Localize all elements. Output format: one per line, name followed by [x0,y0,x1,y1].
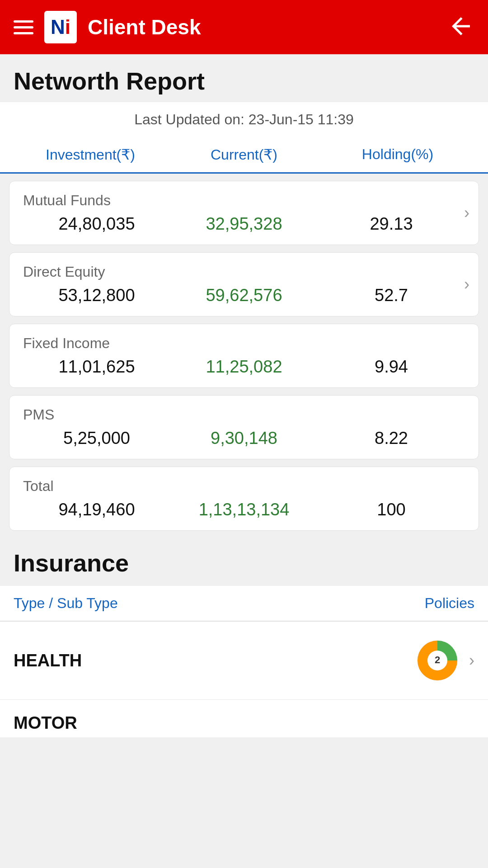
svg-text:2: 2 [435,654,440,665]
column-headers: Investment(₹) Current(₹) Holding(%) [0,137,488,174]
fixed-income-current: 11,25,082 [170,357,318,377]
direct-equity-chevron-icon: › [464,275,469,294]
insurance-title: Insurance [14,549,474,577]
health-policies-badge: 2 › [415,638,474,683]
insurance-section: Insurance [0,538,488,577]
insurance-type-col-header: Type / Sub Type [14,595,118,612]
fixed-income-card: Fixed Income 11,01,625 11,25,082 9.94 [9,324,479,388]
fixed-income-values: 11,01,625 11,25,082 9.94 [23,357,465,377]
col-current-header: Current(₹) [167,146,321,163]
fixed-income-holding: 9.94 [318,357,465,377]
app-header: N i Client Desk [0,0,488,54]
pms-card: PMS 5,25,000 9,30,148 8.22 [9,395,479,459]
mutual-funds-label: Mutual Funds [23,192,465,209]
mutual-funds-investment: 24,80,035 [23,214,170,234]
direct-equity-label: Direct Equity [23,264,465,280]
pms-holding: 8.22 [318,429,465,448]
hamburger-menu-button[interactable] [14,20,33,34]
col-holding-header: Holding(%) [321,146,474,163]
pms-current: 9,30,148 [170,429,318,448]
insurance-policies-col-header: Policies [425,595,474,612]
fixed-income-investment: 11,01,625 [23,357,170,377]
logo-n-letter: N [51,16,65,38]
motor-type-label: MOTOR [14,713,77,733]
health-pie-chart: 2 [415,638,460,683]
insurance-table-header: Type / Sub Type Policies [0,586,488,622]
mutual-funds-chevron-icon: › [464,203,469,222]
health-chevron-icon: › [469,651,474,670]
fixed-income-label: Fixed Income [23,335,465,352]
mutual-funds-holding: 29.13 [318,214,465,234]
direct-equity-card[interactable]: Direct Equity 53,12,800 59,62,576 52.7 › [9,252,479,316]
insurance-rows: HEALTH 2 › MOTOR [0,622,488,737]
mutual-funds-current: 32,95,328 [170,214,318,234]
direct-equity-values: 53,12,800 59,62,576 52.7 [23,286,465,305]
pms-values: 5,25,000 9,30,148 8.22 [23,429,465,448]
insurance-motor-row[interactable]: MOTOR [0,700,488,737]
pms-label: PMS [23,406,465,423]
total-current: 1,13,13,134 [170,500,318,519]
page-title-section: Networth Report [0,54,488,102]
mutual-funds-values: 24,80,035 32,95,328 29.13 [23,214,465,234]
col-investment-header: Investment(₹) [14,146,167,163]
investment-cards-section: Mutual Funds 24,80,035 32,95,328 29.13 ›… [0,174,488,538]
page-title: Networth Report [14,67,474,95]
back-button[interactable] [447,13,474,42]
health-type-label: HEALTH [14,651,82,670]
header-left: N i Client Desk [14,11,201,43]
direct-equity-investment: 53,12,800 [23,286,170,305]
pms-investment: 5,25,000 [23,429,170,448]
total-label: Total [23,478,465,495]
total-holding: 100 [318,500,465,519]
app-logo: N i [44,11,77,43]
total-values: 94,19,460 1,13,13,134 100 [23,500,465,519]
app-title: Client Desk [88,15,201,39]
direct-equity-holding: 52.7 [318,286,465,305]
total-investment: 94,19,460 [23,500,170,519]
last-updated-text: Last Updated on: 23-Jun-15 11:39 [134,111,354,127]
total-card: Total 94,19,460 1,13,13,134 100 [9,467,479,531]
insurance-health-row[interactable]: HEALTH 2 › [0,622,488,700]
last-updated-section: Last Updated on: 23-Jun-15 11:39 [0,102,488,137]
mutual-funds-card[interactable]: Mutual Funds 24,80,035 32,95,328 29.13 › [9,181,479,245]
logo-i-letter: i [65,16,70,38]
direct-equity-current: 59,62,576 [170,286,318,305]
